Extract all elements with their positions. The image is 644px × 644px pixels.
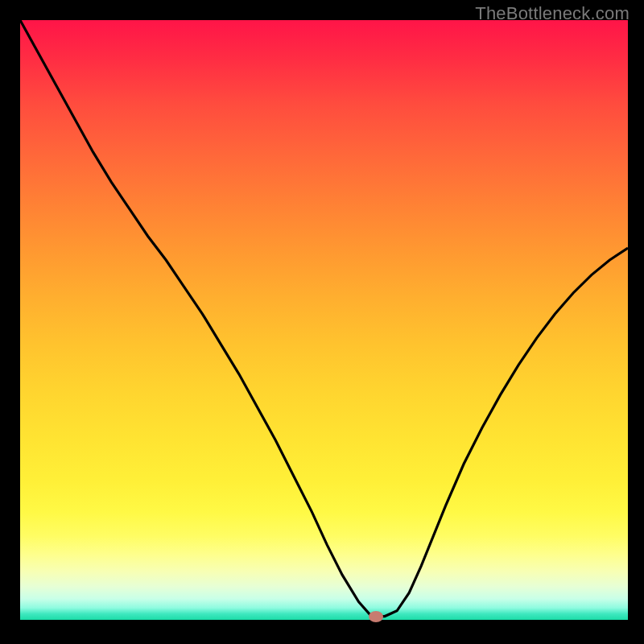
- chart-plot-area: [20, 20, 628, 620]
- bottleneck-curve-svg: [20, 20, 628, 620]
- bottleneck-curve-path: [20, 20, 628, 617]
- optimal-point-marker: [369, 611, 383, 622]
- watermark-attribution: TheBottleneck.com: [475, 3, 630, 24]
